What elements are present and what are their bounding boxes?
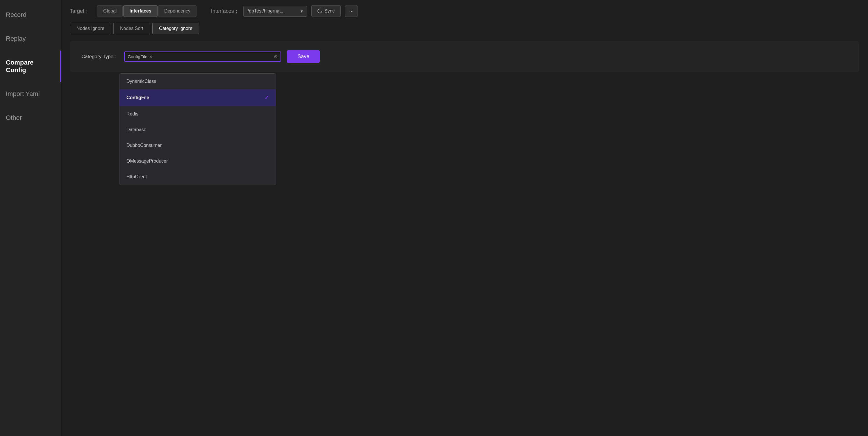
sidebar-item-other[interactable]: Other (0, 106, 61, 130)
sidebar-item-other-label: Other (6, 114, 22, 121)
save-button[interactable]: Save (287, 50, 320, 63)
dropdown-item-database[interactable]: Database (120, 122, 276, 138)
tab-global[interactable]: Global (97, 5, 123, 17)
tab-interfaces[interactable]: Interfaces (123, 5, 158, 17)
sidebar-item-record[interactable]: Record (0, 3, 61, 27)
app-container: Record Replay Compare Config Import Yaml… (0, 0, 868, 436)
dropdown-item-label: DubboConsumer (126, 143, 162, 148)
sidebar-item-compare-config-label: Compare Config (6, 59, 33, 74)
input-clear-icon[interactable]: ⊗ (274, 54, 278, 59)
sync-button[interactable]: Sync (311, 5, 341, 17)
sub-tabs-row: Nodes Ignore Nodes Sort Category Ignore (70, 23, 859, 34)
tag-label: ConfigFile (128, 54, 147, 59)
header-row: Target： Global Interfaces Dependency Int… (70, 5, 859, 17)
dropdown-item-dynamic-class[interactable]: DynamicClass (120, 74, 276, 89)
dropdown-item-label: ConfigFile (126, 95, 149, 100)
sync-label: Sync (324, 8, 335, 14)
tag-close-icon[interactable]: ✕ (149, 54, 153, 59)
target-label: Target： (70, 7, 90, 14)
dropdown-item-config-file[interactable]: ConfigFile ✓ (120, 89, 276, 106)
category-type-input-container[interactable]: ConfigFile ✕ ⊗ (124, 52, 281, 62)
sidebar-item-compare-config[interactable]: Compare Config (0, 51, 61, 82)
dropdown-item-label: HttpClient (126, 174, 147, 179)
dropdown-item-dubbo-consumer[interactable]: DubboConsumer (120, 138, 276, 153)
more-button[interactable]: ··· (345, 5, 358, 17)
interfaces-dropdown-value: /dbTest/hibernat... (248, 8, 285, 14)
dropdown-item-qmessage-producer[interactable]: QMessageProducer (120, 153, 276, 169)
interfaces-dropdown[interactable]: /dbTest/hibernat... ▾ (243, 6, 307, 17)
sidebar-item-import-yaml[interactable]: Import Yaml (0, 82, 61, 106)
sub-tab-category-ignore[interactable]: Category Ignore (152, 23, 199, 34)
main-content: Target： Global Interfaces Dependency Int… (61, 0, 868, 436)
sidebar-item-import-yaml-label: Import Yaml (6, 90, 40, 97)
target-tab-group: Global Interfaces Dependency (97, 5, 196, 17)
content-panel: Category Type： ConfigFile ✕ ⊗ Save Dynam… (70, 41, 859, 72)
sidebar-item-record-label: Record (6, 11, 27, 18)
dropdown-item-redis[interactable]: Redis (120, 106, 276, 122)
chevron-down-icon: ▾ (301, 8, 303, 14)
selected-tag-configfile: ConfigFile ✕ (128, 54, 153, 59)
sidebar-item-replay-label: Replay (6, 35, 26, 42)
category-type-label: Category Type： (82, 53, 118, 60)
sidebar-item-replay[interactable]: Replay (0, 27, 61, 51)
interfaces-section: Interfaces： /dbTest/hibernat... ▾ Sync ·… (211, 5, 358, 17)
check-icon: ✓ (265, 94, 269, 101)
dropdown-item-http-client[interactable]: HttpClient (120, 169, 276, 185)
sub-tab-nodes-sort[interactable]: Nodes Sort (113, 23, 150, 34)
category-type-dropdown: DynamicClass ConfigFile ✓ Redis Database… (119, 73, 276, 185)
sub-tab-nodes-ignore[interactable]: Nodes Ignore (70, 23, 111, 34)
tab-dependency[interactable]: Dependency (158, 5, 196, 17)
category-type-text-input[interactable] (155, 54, 272, 59)
dropdown-item-label: Redis (126, 111, 138, 117)
dropdown-item-label: QMessageProducer (126, 158, 168, 164)
dropdown-item-label: Database (126, 127, 147, 132)
interfaces-label: Interfaces： (211, 7, 239, 14)
sidebar: Record Replay Compare Config Import Yaml… (0, 0, 61, 436)
sync-icon (316, 8, 323, 14)
dropdown-item-label: DynamicClass (126, 79, 156, 84)
